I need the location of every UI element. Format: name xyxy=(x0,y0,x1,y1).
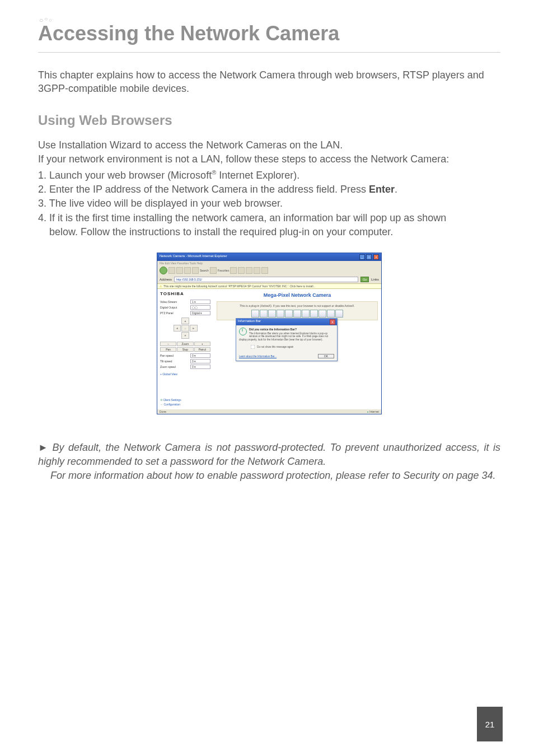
brand-logo: TOSHIBA xyxy=(160,291,210,296)
go-button[interactable]: Go xyxy=(360,277,369,282)
pan-speed-select[interactable]: 0 ▾ xyxy=(190,353,210,358)
ok-button[interactable]: OK xyxy=(318,354,334,358)
discuss-icon[interactable] xyxy=(261,267,268,274)
control-button-icon[interactable] xyxy=(285,310,293,318)
global-view-link[interactable]: + Global View xyxy=(160,372,210,376)
page-number: 21 xyxy=(477,707,503,741)
dont-show-checkbox[interactable] xyxy=(251,345,255,349)
favorites-label[interactable]: Favorites xyxy=(218,269,229,272)
patrol-button[interactable]: Patrol xyxy=(194,347,210,352)
ptz-left-button[interactable]: ◄ xyxy=(174,325,181,332)
dialog-heading: Did you notice the Information Bar? xyxy=(239,328,334,331)
zoom-speed-label: Zoom speed xyxy=(160,365,176,368)
body-line: If your network environment is not a LAN… xyxy=(38,152,500,166)
ie-menubar[interactable]: File Edit View Favorites Tools Help xyxy=(157,261,381,265)
step-1: 1. Launch your web browser (Microsoft® I… xyxy=(38,169,500,183)
information-bar-dialog: Information Bar × Did you notice the Inf… xyxy=(236,318,338,361)
ie-titlebar: Network Camera - Microsoft Internet Expl… xyxy=(157,253,381,261)
control-button-icon[interactable] xyxy=(302,310,310,318)
dialog-close-icon[interactable]: × xyxy=(330,319,335,325)
dialog-checkbox-row[interactable]: Do not show this message again xyxy=(249,343,334,351)
control-button-icon[interactable] xyxy=(327,310,335,318)
security-zone: Internet xyxy=(367,410,379,413)
camera-sidebar: TOSHIBA Video Stream 1 ▾ Digital Output … xyxy=(157,289,213,409)
control-button-icon[interactable] xyxy=(268,310,276,318)
embedded-screenshot: Network Camera - Microsoft Internet Expl… xyxy=(38,253,500,415)
client-settings-link[interactable]: Client Settings xyxy=(160,398,210,402)
intro-paragraph: This chapter explains how to access the … xyxy=(38,68,500,96)
ie-toolbar: Search Favorites xyxy=(157,265,381,276)
ptz-up-button[interactable]: ▲ xyxy=(181,318,189,324)
note-arrow-icon: ► xyxy=(38,442,48,453)
configuration-link[interactable]: Configuration xyxy=(160,403,210,406)
pan-button[interactable]: Pan xyxy=(160,347,176,352)
control-button-icon[interactable] xyxy=(260,310,268,318)
ptz-right-button[interactable]: ► xyxy=(190,325,198,332)
ptz-panel-label: PTZ Panel xyxy=(160,311,174,315)
digital-output-toggle[interactable]: ▢▢ xyxy=(190,305,210,310)
ptz-home-button[interactable]: ⌂ xyxy=(181,325,189,332)
maximize-icon[interactable]: □ xyxy=(366,254,372,260)
control-button-icon[interactable] xyxy=(310,310,318,318)
zoom-label: Zoom xyxy=(177,342,193,346)
plugin-message: This is a plug-in (ActiveX). If you see … xyxy=(219,304,375,307)
control-button-icon[interactable] xyxy=(335,310,343,318)
tilt-speed-label: Tilt speed xyxy=(160,360,172,363)
links-label[interactable]: Links xyxy=(371,278,379,281)
learn-more-link[interactable]: Learn about the Information Bar... xyxy=(239,355,277,358)
close-icon[interactable]: × xyxy=(373,254,379,260)
tilt-speed-select[interactable]: 0 ▾ xyxy=(190,359,210,363)
step-3: 3. The live video will be displayed in y… xyxy=(38,197,500,211)
section-heading: Using Web Browsers xyxy=(38,113,500,128)
stop-button[interactable]: Stop xyxy=(177,347,193,352)
ie-statusbar: Done Internet xyxy=(157,409,381,414)
body-line: Use Installation Wizard to access the Ne… xyxy=(38,138,500,152)
ptz-directional-pad: ▲ ◄ ⌂ ► ▼ xyxy=(173,318,198,339)
video-stream-select[interactable]: 1 ▾ xyxy=(190,300,210,304)
edit-icon[interactable] xyxy=(254,267,260,274)
address-input[interactable]: http://192.168.5.151/ xyxy=(174,277,358,282)
camera-page-title: Mega-Pixel Network Camera xyxy=(217,292,378,298)
history-icon[interactable] xyxy=(230,267,237,274)
print-icon[interactable] xyxy=(246,267,252,274)
ptz-panel-select[interactable]: Digital ▾ xyxy=(190,311,210,315)
minimize-icon[interactable]: _ xyxy=(359,254,365,260)
search-label[interactable]: Search xyxy=(200,269,209,272)
note-block: ► By default, the Network Camera is not … xyxy=(38,441,500,483)
pan-speed-label: Pan speed xyxy=(160,354,174,357)
ptz-down-button[interactable]: ▼ xyxy=(181,332,189,339)
control-button-icon[interactable] xyxy=(293,310,301,318)
favorites-icon[interactable] xyxy=(210,267,217,274)
back-icon[interactable] xyxy=(160,267,167,274)
zoom-out-button[interactable]: − xyxy=(160,342,176,346)
step-2: 2. Enter the IP address of the Network C… xyxy=(38,183,500,197)
dialog-title: Information Bar xyxy=(238,319,261,325)
status-text: Done xyxy=(160,410,166,413)
step-4-cont: below. Follow the instructions to instal… xyxy=(38,225,500,239)
forward-icon[interactable] xyxy=(168,267,175,274)
info-icon xyxy=(239,328,247,335)
step-4: 4. If it is the first time installing th… xyxy=(38,211,500,225)
video-stream-label: Video Stream xyxy=(160,300,177,304)
zoom-speed-select[interactable]: 0 ▾ xyxy=(190,365,210,369)
refresh-icon[interactable] xyxy=(184,267,191,274)
window-title: Network Camera - Microsoft Internet Expl… xyxy=(160,254,227,260)
chapter-title: Accessing the Network Camera xyxy=(38,22,500,45)
control-button-icon[interactable] xyxy=(318,310,326,318)
address-label: Address xyxy=(160,278,172,281)
ie-information-bar[interactable]: ⚠ This site might require the following … xyxy=(157,283,381,289)
dialog-text: The Information Bar alerts you when Inte… xyxy=(239,332,334,341)
stop-icon[interactable] xyxy=(176,267,183,274)
control-button-icon[interactable] xyxy=(277,310,284,318)
plugin-placeholder: This is a plug-in (ActiveX). If you see … xyxy=(217,301,378,320)
control-button-icon[interactable] xyxy=(251,310,259,318)
zoom-in-button[interactable]: + xyxy=(194,342,210,346)
warning-icon: ⚠ xyxy=(160,284,162,288)
digital-output-label: Digital Output xyxy=(160,306,177,309)
mail-icon[interactable] xyxy=(238,267,245,274)
home-icon[interactable] xyxy=(192,267,199,274)
